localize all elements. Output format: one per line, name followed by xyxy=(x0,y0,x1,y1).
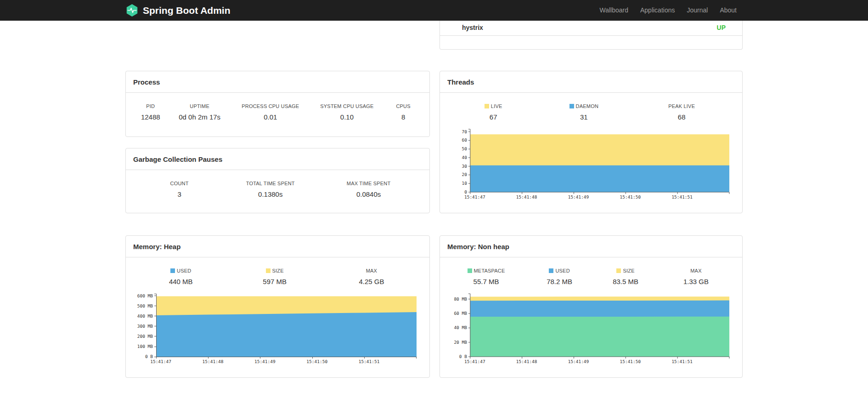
svg-text:600 MB: 600 MB xyxy=(137,293,153,298)
stat-value: 0.10 xyxy=(310,113,385,121)
stat-header: PID xyxy=(133,103,168,109)
svg-text:200 MB: 200 MB xyxy=(137,334,153,339)
svg-text:15:41:49: 15:41:49 xyxy=(568,194,589,199)
svg-text:30: 30 xyxy=(462,164,467,169)
threads-legend: LIVE 67 DAEMON 31 PEAK LIVE xyxy=(447,103,735,121)
legend-item-max: MAX 1.33 GB xyxy=(657,268,735,285)
legend-swatch-metaspace xyxy=(468,268,472,273)
stat-value: 0d 0h 2m 17s xyxy=(168,113,231,121)
memory-non-heap-body: METASPACE 55.7 MB USED 78.2 MB xyxy=(440,257,742,366)
svg-text:15:41:47: 15:41:47 xyxy=(464,359,485,364)
svg-text:15:41:50: 15:41:50 xyxy=(306,359,327,364)
svg-text:15:41:49: 15:41:49 xyxy=(254,359,276,364)
legend-label: USED xyxy=(555,268,569,273)
legend-label: LIVE xyxy=(491,103,502,109)
top-navbar: Spring Boot Admin Wallboard Applications… xyxy=(0,0,868,21)
top-row-spacer xyxy=(125,21,430,50)
nav-link-journal[interactable]: Journal xyxy=(681,0,714,21)
memory-heap-chart: 0 B100 MB200 MB300 MB400 MB500 MB600 MB1… xyxy=(133,290,422,366)
stat-value: 12488 xyxy=(133,113,168,121)
legend-item-size: SIZE 83.5 MB xyxy=(594,268,657,285)
svg-text:60 MB: 60 MB xyxy=(454,311,467,316)
legend-item-used: USED 440 MB xyxy=(133,268,229,285)
stat-value: 8 xyxy=(384,113,422,121)
stat-value: 0.0840s xyxy=(315,190,422,198)
svg-text:15:41:48: 15:41:48 xyxy=(516,359,537,364)
gc-panel-body: COUNT 3 TOTAL TIME SPENT 0.1380s MAX TIM… xyxy=(126,170,429,198)
memory-heap-panel: Memory: Heap USED 440 MB SIZE xyxy=(125,235,430,378)
panel-title-memory-non-heap: Memory: Non heap xyxy=(440,236,742,257)
nav-link-applications[interactable]: Applications xyxy=(634,0,681,21)
stat-gc-count: COUNT 3 xyxy=(133,181,225,198)
nav-link-about[interactable]: About xyxy=(714,0,743,21)
stat-uptime: UPTIME 0d 0h 2m 17s xyxy=(168,103,231,121)
process-panel-body: PID 12488 UPTIME 0d 0h 2m 17s PROCESS CP… xyxy=(126,93,429,121)
svg-text:80 MB: 80 MB xyxy=(454,296,467,302)
memory-heap-legend: USED 440 MB SIZE 597 MB MAX xyxy=(133,268,422,285)
process-stats: PID 12488 UPTIME 0d 0h 2m 17s PROCESS CP… xyxy=(133,103,422,121)
service-name: hystrix xyxy=(462,24,483,31)
memory-heap-body: USED 440 MB SIZE 597 MB MAX xyxy=(126,257,429,366)
stat-gc-max-time: MAX TIME SPENT 0.0840s xyxy=(315,181,422,198)
gc-stats: COUNT 3 TOTAL TIME SPENT 0.1380s MAX TIM… xyxy=(133,181,422,198)
stat-header: PROCESS CPU USAGE xyxy=(231,103,310,109)
brand[interactable]: Spring Boot Admin xyxy=(125,4,231,17)
panel-title-process: Process xyxy=(126,71,429,93)
top-row: hystrix UP xyxy=(125,21,743,50)
service-status-panel: hystrix UP xyxy=(440,21,743,50)
legend-item-live: LIVE 67 xyxy=(447,103,539,121)
threads-panel-body: LIVE 67 DAEMON 31 PEAK LIVE xyxy=(440,93,742,201)
svg-text:10: 10 xyxy=(462,181,467,186)
memory-non-heap-legend: METASPACE 55.7 MB USED 78.2 MB xyxy=(447,268,735,285)
stat-value: 0.01 xyxy=(231,113,310,121)
legend-value: 55.7 MB xyxy=(447,278,525,285)
memory-non-heap-chart: 0 B20 MB40 MB60 MB80 MB15:41:4715:41:481… xyxy=(447,290,735,366)
svg-text:20 MB: 20 MB xyxy=(454,340,467,345)
stat-header: CPUS xyxy=(384,103,422,109)
legend-value: 83.5 MB xyxy=(594,278,657,285)
legend-label: DAEMON xyxy=(576,103,598,109)
navbar-links: Wallboard Applications Journal About xyxy=(593,0,743,21)
svg-text:300 MB: 300 MB xyxy=(137,324,153,329)
legend-value: 67 xyxy=(447,113,539,121)
svg-text:15:41:51: 15:41:51 xyxy=(671,194,693,199)
legend-swatch-size xyxy=(616,268,621,273)
legend-item-max: MAX 4.25 GB xyxy=(321,268,422,285)
gc-panel: Garbage Collection Pauses COUNT 3 TOTAL … xyxy=(125,148,430,213)
stat-header: UPTIME xyxy=(168,103,231,109)
service-status-row[interactable]: hystrix UP xyxy=(440,21,742,36)
legend-swatch-live xyxy=(485,104,489,108)
spring-boot-admin-logo-icon xyxy=(125,4,139,17)
svg-text:100 MB: 100 MB xyxy=(137,344,153,349)
stat-header: SYSTEM CPU USAGE xyxy=(310,103,385,109)
svg-text:15:41:50: 15:41:50 xyxy=(620,359,641,364)
status-badge: UP xyxy=(717,24,726,31)
threads-panel: Threads LIVE 67 DAEMON xyxy=(440,71,743,213)
panel-title-gc: Garbage Collection Pauses xyxy=(126,148,429,170)
svg-text:15:41:51: 15:41:51 xyxy=(359,359,380,364)
left-column: Process PID 12488 UPTIME 0d 0h 2m 17s PR… xyxy=(125,71,430,378)
svg-text:70: 70 xyxy=(462,129,467,134)
legend-swatch-used xyxy=(170,268,175,273)
main-row: Process PID 12488 UPTIME 0d 0h 2m 17s PR… xyxy=(125,71,743,378)
svg-text:15:41:47: 15:41:47 xyxy=(150,359,171,364)
legend-label: MAX xyxy=(366,268,377,273)
svg-text:15:41:48: 15:41:48 xyxy=(203,359,224,364)
svg-text:40: 40 xyxy=(462,155,467,160)
memory-non-heap-panel: Memory: Non heap METASPACE 55.7 MB USED xyxy=(440,235,743,378)
legend-label: MAX xyxy=(690,268,701,273)
stat-pid: PID 12488 xyxy=(133,103,168,121)
svg-text:15:41:50: 15:41:50 xyxy=(620,194,641,199)
svg-text:500 MB: 500 MB xyxy=(137,303,153,308)
legend-value: 68 xyxy=(628,113,735,121)
svg-text:15:41:47: 15:41:47 xyxy=(464,194,485,199)
stat-gc-total-time: TOTAL TIME SPENT 0.1380s xyxy=(225,181,315,198)
panel-title-threads: Threads xyxy=(440,71,742,93)
nav-link-wallboard[interactable]: Wallboard xyxy=(593,0,634,21)
legend-swatch-used xyxy=(549,268,553,273)
legend-value: 597 MB xyxy=(229,278,321,285)
panel-title-memory-heap: Memory: Heap xyxy=(126,236,429,257)
legend-item-used: USED 78.2 MB xyxy=(525,268,594,285)
stat-header: COUNT xyxy=(133,181,225,186)
legend-swatch-daemon xyxy=(569,104,574,108)
